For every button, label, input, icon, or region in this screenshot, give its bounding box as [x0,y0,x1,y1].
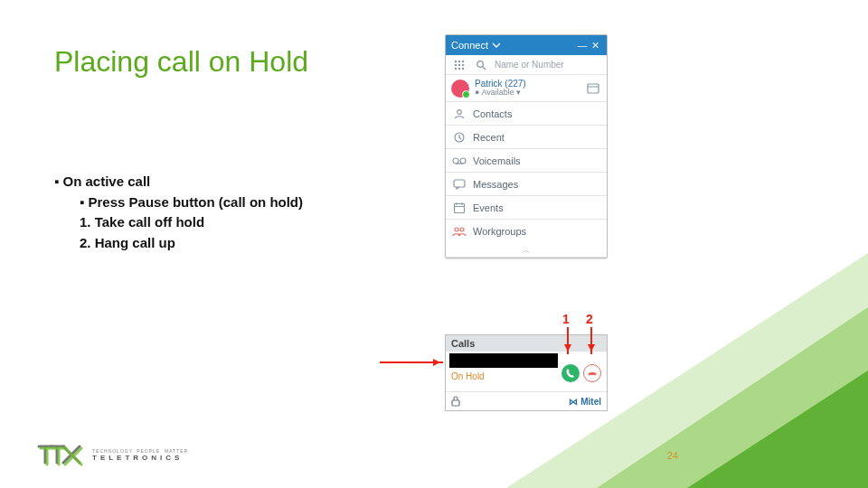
search-icon [473,60,489,70]
svg-point-8 [462,67,464,69]
annotation-arrow-1 [567,327,569,354]
call-row: On Hold [446,352,607,391]
svg-line-10 [483,67,486,70]
hangup-button[interactable] [583,364,601,382]
calls-footer: ⋈ Mitel [446,391,607,410]
page-number: 24 [667,450,678,461]
svg-point-1 [458,60,460,61]
nav-workgroups[interactable]: Workgroups [446,220,607,243]
app-titlebar[interactable]: Connect — ✕ [446,35,607,55]
nav-label: Events [473,202,504,213]
svg-point-0 [455,60,457,61]
svg-point-15 [453,158,458,164]
annotation-arrow [380,361,443,363]
annotation-arrow-2 [590,327,592,354]
svg-point-5 [462,63,464,65]
nav-label: Recent [473,132,505,143]
svg-point-7 [458,67,460,69]
svg-point-16 [460,158,466,164]
bullet-sub: Press Pause button (call on hold) [89,194,304,210]
chevron-down-icon [492,41,501,50]
user-row[interactable]: Patrick (227) ● Available ▾ [446,75,607,102]
close-button[interactable]: ✕ [589,40,601,52]
lock-icon [451,396,460,407]
call-status: On Hold [451,371,485,381]
calls-panel: Calls On Hold ⋈ Mitel [445,334,608,411]
recent-icon [451,131,467,144]
avatar [451,80,469,98]
resume-call-button[interactable] [561,364,580,382]
svg-point-23 [455,228,458,231]
dialpad-icon[interactable] [451,59,467,71]
annotation-2: 2 [586,312,593,326]
minimize-button[interactable]: — [576,40,589,51]
workgroups-icon [451,226,467,237]
teletronics-logo: TECHNOLOGY. PEOPLE. MATTER. TELETRONICS [36,441,191,468]
slide-title: Placing call on Hold [54,45,308,79]
svg-point-2 [462,60,464,61]
bullet-num1: 1. Take call off hold [80,214,204,230]
bullet-content: On active call Press Pause button (call … [54,172,303,253]
search-input[interactable]: Name or Number [495,60,564,70]
ttx-logo-mark [36,441,85,468]
nav-label: Voicemails [473,155,521,166]
nav-events[interactable]: Events [446,196,607,220]
svg-point-13 [458,109,462,114]
redacted-caller [449,353,558,368]
events-icon [451,202,467,214]
calls-header: Calls [446,335,607,352]
messages-icon [451,179,467,190]
decor-triangle [687,371,868,488]
phone-icon [565,368,576,379]
nav-recent[interactable]: Recent [446,126,607,149]
svg-rect-18 [454,180,465,187]
mitel-brand: ⋈ Mitel [569,397,601,407]
collapse-arrow[interactable]: ︿ [446,243,607,258]
connect-app-window: Connect — ✕ Name or Number Patrick (227)… [445,34,608,258]
svg-point-6 [455,67,457,69]
svg-point-9 [477,61,484,67]
svg-point-4 [458,63,460,65]
logo-brand: TELETRONICS [92,454,191,462]
nav-label: Workgroups [473,226,526,237]
contacts-icon [451,108,467,120]
svg-rect-19 [455,203,465,212]
nav-label: Contacts [473,108,512,119]
nav-voicemails[interactable]: Voicemails [446,149,607,173]
bullet-num2: 2. Hang call up [80,235,175,250]
app-title-text: Connect [451,40,488,51]
card-icon[interactable] [585,83,601,94]
hangup-icon [587,368,598,379]
svg-point-24 [460,228,464,231]
nav-messages[interactable]: Messages [446,173,607,196]
voicemail-icon [451,156,467,165]
nav-contacts[interactable]: Contacts [446,102,607,126]
nav-label: Messages [473,179,518,190]
svg-point-3 [455,63,457,65]
annotation-1: 1 [562,312,570,326]
user-status: ● Available ▾ [475,89,526,98]
bullet-top: On active call [63,174,151,189]
svg-rect-25 [452,400,459,406]
search-row: Name or Number [446,55,607,75]
svg-rect-11 [588,84,599,93]
